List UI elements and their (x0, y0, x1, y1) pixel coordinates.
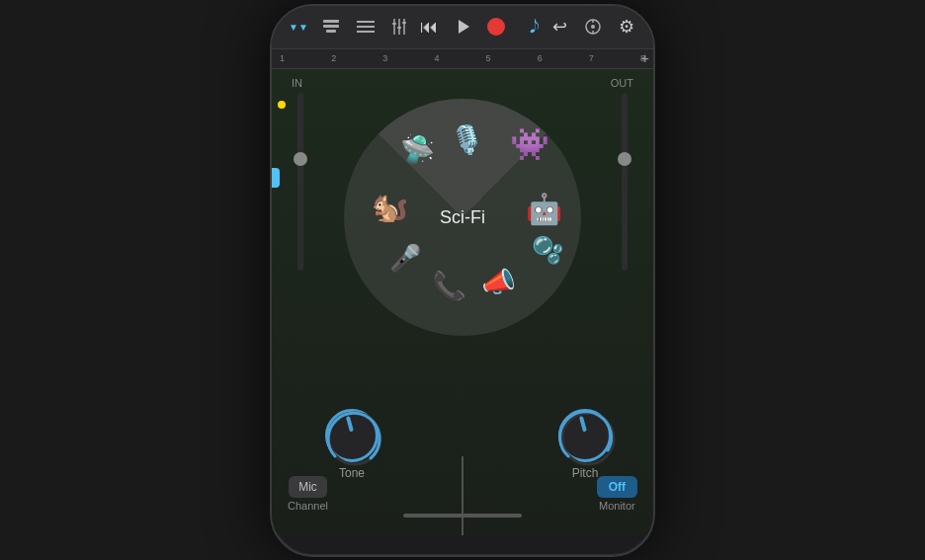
record-button[interactable] (485, 16, 507, 38)
undo-button[interactable]: ↩ (548, 16, 570, 38)
mic-channel-button[interactable]: Mic (289, 476, 327, 498)
equalizer-icon[interactable] (388, 16, 410, 38)
tempo-button[interactable] (582, 16, 604, 38)
toolbar: ▼ (272, 6, 653, 49)
home-indicator-area (272, 508, 653, 535)
in-slider-thumb[interactable] (294, 152, 307, 166)
svg-rect-9 (392, 23, 396, 25)
skip-to-start-button[interactable]: ⏮ (418, 16, 440, 38)
tone-knob-container: Tone (325, 409, 378, 480)
layers-icon[interactable] (321, 16, 343, 38)
blue-side-indicator (272, 168, 280, 188)
in-slider[interactable] (297, 93, 303, 271)
monitor-button[interactable]: Off (597, 476, 637, 498)
ruler-numbers: 1 2 3 4 5 6 7 8 (280, 53, 645, 63)
voice-telephone[interactable]: 📞 (425, 263, 472, 310)
metronome-button[interactable]: 𝅘𝅥𝅮 (519, 16, 541, 38)
voice-ufo[interactable]: 🛸 (393, 126, 441, 174)
pitch-knob-container: Pitch (558, 409, 612, 480)
out-label: OUT (611, 77, 633, 89)
voice-center-label: Sci-Fi (440, 206, 485, 227)
dropdown-icon[interactable]: ▼ (288, 16, 309, 38)
svg-rect-2 (326, 30, 336, 33)
svg-rect-10 (397, 27, 401, 29)
home-indicator (403, 514, 522, 518)
add-track-button[interactable]: + (641, 50, 649, 66)
play-button[interactable] (452, 16, 473, 38)
monitor-container: Off Monitor (597, 476, 637, 512)
timeline-ruler: 1 2 3 4 5 6 7 8 + (272, 49, 653, 69)
svg-point-13 (591, 25, 595, 29)
voice-bubble[interactable]: 🫧 (524, 227, 571, 275)
voice-monster[interactable]: 👾 (506, 120, 553, 168)
svg-rect-11 (402, 22, 406, 24)
toolbar-right: ↩ ⚙ (548, 16, 637, 38)
toolbar-left: ▼ (288, 16, 410, 38)
settings-button[interactable]: ⚙ (616, 16, 637, 38)
tone-knob[interactable] (325, 409, 378, 462)
svg-rect-0 (323, 20, 339, 23)
toolbar-center: ⏮ 𝅘𝅥𝅮 (418, 16, 541, 38)
phone-frame: ▼ (270, 4, 655, 557)
mic-channel-container: Mic Channel (288, 476, 328, 512)
voice-circle[interactable]: 🛸 🎙️ 👾 🤖 🫧 📣 📞 🎤 🐿️ Sci-Fi (344, 99, 581, 336)
side-button-power[interactable] (653, 194, 655, 273)
pitch-knob[interactable] (558, 409, 612, 462)
svg-rect-1 (323, 25, 339, 28)
voice-microphone[interactable]: 🎙️ (443, 117, 490, 164)
voice-chipmunk[interactable]: 🐿️ (366, 184, 413, 231)
voice-circle-container: 🛸 🎙️ 👾 🤖 🫧 📣 📞 🎤 🐿️ Sci-Fi (344, 99, 581, 336)
voice-megaphone[interactable]: 📣 (474, 259, 522, 306)
out-slider[interactable] (622, 93, 628, 271)
voice-robot[interactable]: 🤖 (520, 186, 567, 233)
in-label: IN (292, 77, 302, 89)
out-slider-thumb[interactable] (618, 152, 631, 166)
main-area: IN OUT 🛸 🎙️ 👾 🤖 🫧 📣 (272, 69, 653, 535)
voice-microphone2[interactable]: 🎤 (381, 235, 429, 282)
list-icon[interactable] (355, 16, 377, 38)
yellow-indicator (278, 101, 286, 109)
